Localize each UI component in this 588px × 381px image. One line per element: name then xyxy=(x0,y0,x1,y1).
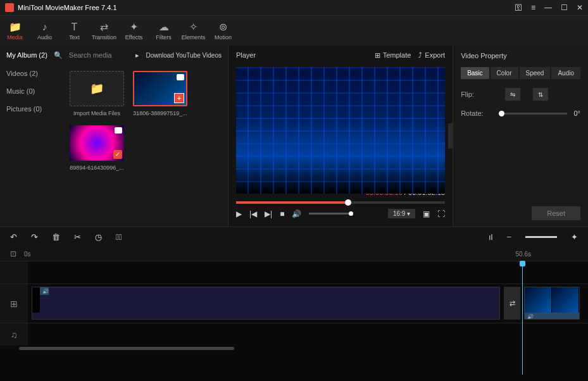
clip-audio-strip[interactable]: 🔊 xyxy=(525,313,579,320)
album-tab[interactable]: My Album (2) xyxy=(6,51,47,59)
app-title: MiniTool MovieMaker Free 7.4.1 xyxy=(18,4,515,11)
rotate-slider[interactable] xyxy=(499,113,567,115)
video-badge-icon xyxy=(177,74,184,80)
redo-button[interactable]: ↷ xyxy=(31,232,38,242)
props-tabs: BasicColorSpeedAudio xyxy=(461,67,580,79)
props-title: Video Property xyxy=(461,52,580,59)
add-to-timeline-button[interactable]: + xyxy=(174,93,184,103)
undo-button[interactable]: ↶ xyxy=(10,232,17,242)
tool-filters[interactable]: ☁Filters xyxy=(149,16,178,46)
menu-icon[interactable]: ≡ xyxy=(531,3,535,12)
audio-track-icon[interactable]: ♫ xyxy=(0,323,28,346)
app-logo-icon xyxy=(5,3,14,12)
player-title: Player xyxy=(236,51,367,59)
zoom-out-button[interactable]: − xyxy=(506,232,511,242)
audio-track[interactable] xyxy=(28,323,588,346)
tool-motion[interactable]: ⊚Motion xyxy=(208,16,238,46)
title-bar: MiniTool MovieMaker Free 7.4.1 ⚿ ≡ — ☐ ✕ xyxy=(0,0,588,15)
fullscreen-button[interactable]: ⛶ xyxy=(437,209,445,218)
maximize-button[interactable]: ☐ xyxy=(561,3,568,12)
reset-button[interactable]: Reset xyxy=(532,206,580,220)
props-tab-speed[interactable]: Speed xyxy=(520,67,551,79)
video-track[interactable]: 🔊 ⇄ 🔊 xyxy=(28,284,588,323)
download-youtube-link[interactable]: Download YouTube Videos xyxy=(146,52,222,59)
fit-icon[interactable]: ⊡ xyxy=(10,249,16,258)
rotate-value: 0° xyxy=(573,109,580,117)
category-item[interactable]: Pictures (0) xyxy=(0,100,63,118)
video-preview[interactable] xyxy=(236,67,445,194)
split-button[interactable]: ✂ xyxy=(74,232,81,242)
zoom-in-button[interactable]: ✦ xyxy=(571,232,578,242)
video-track-icon[interactable]: ⊞ xyxy=(0,284,28,323)
close-button[interactable]: ✕ xyxy=(577,3,583,12)
props-tab-color[interactable]: Color xyxy=(491,67,518,79)
playhead[interactable] xyxy=(522,261,523,375)
flip-horizontal-button[interactable]: ⇋ xyxy=(505,88,520,101)
category-item[interactable]: Videos (2) xyxy=(0,65,63,82)
clip-audio-strip[interactable]: 🔊 xyxy=(40,287,49,295)
flip-label: Flip: xyxy=(461,91,492,98)
swap-button[interactable]: ⇄ xyxy=(504,287,520,320)
search-input[interactable]: Search media xyxy=(69,51,130,59)
ruler-start: 0s xyxy=(24,251,31,258)
edit-toolbar: ↶ ↷ 🗑 ✂ ◷ ✂⃞ ıl − ✦ xyxy=(0,227,588,247)
next-button[interactable]: ▶| xyxy=(265,209,272,218)
tool-effects[interactable]: ✦Effects xyxy=(119,16,149,46)
snapshot-button[interactable]: ▣ xyxy=(423,209,430,218)
delete-button[interactable]: 🗑 xyxy=(52,232,60,242)
media-item[interactable]: 📁Import Media Files xyxy=(70,71,124,116)
export-button[interactable]: ⤴ Export xyxy=(418,51,445,59)
speed-button[interactable]: ◷ xyxy=(95,232,102,242)
stop-button[interactable]: ■ xyxy=(280,209,284,218)
progress-bar[interactable] xyxy=(236,201,445,204)
tool-media[interactable]: 📁Media xyxy=(0,16,30,46)
timeline: ⊞ 🔊 ⇄ 🔊 ♫ xyxy=(0,261,588,351)
tool-elements[interactable]: ✧Elements xyxy=(178,16,208,46)
aspect-select[interactable]: 16:9 ▾ xyxy=(388,209,415,218)
main-toolbar: 📁Media♪AudioTText⇄Transition✦Effects☁Fil… xyxy=(0,15,588,46)
media-item[interactable]: +31806-388997519_... xyxy=(133,71,187,116)
prev-button[interactable]: |◀ xyxy=(249,209,257,218)
key-icon[interactable]: ⚿ xyxy=(515,3,522,12)
flip-vertical-button[interactable]: ⇅ xyxy=(533,88,548,101)
timeline-clip-2[interactable]: 🔊 xyxy=(524,287,580,320)
media-grid: 📁Import Media Files+31806-388997519_...✓… xyxy=(63,65,228,227)
player-panel: Player ⊞ Template ⤴ Export 00:00:50:16 /… xyxy=(228,46,453,227)
ruler-mark: 50.6s xyxy=(516,251,531,258)
timeline-clip-1[interactable]: 🔊 xyxy=(32,287,500,320)
video-property-panel: Video Property BasicColorSpeedAudio Flip… xyxy=(453,46,588,227)
crop-button[interactable]: ✂⃞ xyxy=(116,232,122,242)
play-button[interactable]: ▶ xyxy=(236,209,242,218)
tool-text[interactable]: TText xyxy=(59,16,89,46)
timeline-ruler[interactable]: ⊡ 0s 50.6s xyxy=(0,247,588,261)
used-check-icon: ✓ xyxy=(113,150,122,159)
media-item[interactable]: ✓89894-616430996_... xyxy=(70,125,124,171)
zoom-slider[interactable] xyxy=(525,236,557,238)
media-library-panel: My Album (2) 🔍 Search media ▸ Download Y… xyxy=(0,46,228,227)
props-tab-basic[interactable]: Basic xyxy=(461,67,489,79)
props-tab-audio[interactable]: Audio xyxy=(551,67,580,79)
volume-icon[interactable]: 🔊 xyxy=(292,209,301,218)
tool-transition[interactable]: ⇄Transition xyxy=(89,16,119,46)
category-item[interactable]: Music (0) xyxy=(0,82,63,100)
minimize-button[interactable]: — xyxy=(544,3,552,12)
horizontal-scrollbar[interactable] xyxy=(0,346,588,351)
track-gutter-top xyxy=(0,261,28,284)
tool-audio[interactable]: ♪Audio xyxy=(30,16,59,46)
template-button[interactable]: ⊞ Template xyxy=(375,51,411,59)
category-sidebar: Videos (2)Music (0)Pictures (0) xyxy=(0,65,63,227)
rotate-label: Rotate: xyxy=(461,109,492,117)
audio-tool-icon[interactable]: ıl xyxy=(489,232,493,242)
volume-slider[interactable] xyxy=(309,213,353,215)
video-badge-icon xyxy=(115,127,122,134)
